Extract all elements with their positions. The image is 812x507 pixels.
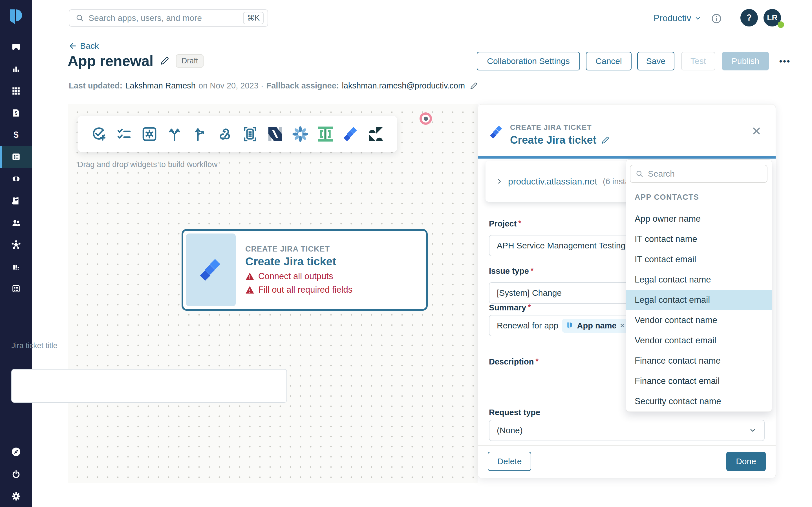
webhook-icon[interactable] [216, 126, 233, 143]
invoice-dollar-icon: $ [11, 108, 21, 118]
search-icon [636, 170, 644, 178]
sidebar-item-contracts[interactable] [0, 190, 32, 212]
edit-title-icon[interactable] [160, 56, 170, 66]
task-check-plus-icon[interactable] [91, 126, 107, 143]
contact-option[interactable]: IT contact email [626, 249, 772, 270]
sidebar-item-inbox[interactable] [0, 36, 32, 58]
summary-helper: Jira ticket title [11, 341, 57, 350]
back-label: Back [80, 41, 99, 51]
instance-host: productiv.atlassian.net [508, 176, 597, 187]
node-app-panel [186, 233, 236, 306]
team-people-icon [11, 218, 21, 228]
sidebar-item-apps[interactable] [0, 80, 32, 102]
project-label: Project* [489, 219, 521, 228]
usage-bars-icon [11, 262, 21, 272]
done-button[interactable]: Done [726, 452, 766, 471]
edit-assignee-icon[interactable] [469, 82, 478, 90]
contact-option[interactable]: Legal contact email [626, 290, 772, 310]
search-icon [75, 14, 84, 22]
save-button[interactable]: Save [637, 52, 674, 70]
contact-option[interactable]: Legal contact name [626, 270, 772, 290]
dropdown-search[interactable] [630, 165, 767, 183]
node-warning-row: Fill out all required fields [245, 285, 423, 295]
node-body: CREATE JIRA TICKET Create Jira ticket Co… [236, 233, 423, 306]
panel-header: CREATE JIRA TICKET Create Jira ticket [489, 123, 610, 146]
app-name-chip[interactable]: App name × [562, 319, 628, 333]
netsuite-logo[interactable] [267, 126, 284, 143]
workflows-icon [11, 152, 21, 162]
org-switcher[interactable]: Productiv [654, 13, 701, 23]
zendesk-logo[interactable] [367, 126, 384, 143]
assignee-label: Fallback assignee: [266, 81, 339, 91]
workflow-node-create-jira-ticket[interactable]: CREATE JIRA TICKET Create Jira ticket Co… [182, 229, 428, 311]
sidebar-item-overlap[interactable] [0, 168, 32, 190]
info-button[interactable] [711, 13, 722, 25]
gear-box-icon[interactable] [141, 126, 158, 143]
request-type-select[interactable]: (None) [489, 420, 765, 441]
branch-merge-icon[interactable] [191, 126, 208, 143]
search-input[interactable] [89, 13, 243, 23]
workflow-canvas[interactable]: Drag and drop widgets to build workflow … [68, 104, 477, 483]
contact-option[interactable]: App owner name [626, 209, 772, 229]
test-button[interactable]: Test [681, 52, 715, 70]
publish-button[interactable]: Publish [722, 52, 769, 70]
dropdown-search-input[interactable] [648, 169, 762, 179]
help-label: ? [747, 13, 752, 23]
panel-title: Create Jira ticket [510, 134, 596, 146]
contact-option[interactable]: Vendor contact name [626, 310, 772, 330]
contact-option[interactable]: Security contact name [626, 391, 772, 411]
sidebar-item-integrations[interactable] [0, 234, 32, 256]
flower-app-logo[interactable] [292, 126, 309, 143]
apps-grid-icon [11, 86, 21, 96]
sidebar-item-workflows[interactable] [0, 146, 32, 168]
node-title: Create Jira ticket [245, 255, 423, 268]
request-type-label: Request type [489, 408, 540, 417]
sidebar-item-spend[interactable]: $ [0, 102, 32, 124]
search-shortcut: ⌘K [243, 12, 264, 24]
productiv-logo[interactable] [7, 8, 25, 26]
close-panel-button[interactable] [751, 125, 762, 138]
inbox-tray-icon [11, 42, 21, 52]
jira-logo [199, 258, 223, 282]
integrations-hub-icon [11, 240, 21, 250]
branch-split-icon[interactable] [166, 126, 183, 143]
sidebar-item-explore[interactable] [0, 441, 32, 463]
contact-option[interactable]: Vendor contact email [626, 330, 772, 351]
contact-option[interactable]: IT contact name [626, 229, 772, 249]
green-beam-logo[interactable] [317, 126, 334, 143]
svg-text:$: $ [15, 111, 17, 115]
sidebar-item-analytics[interactable] [0, 58, 32, 80]
sidebar-item-usage[interactable] [0, 256, 32, 278]
contact-option[interactable]: Finance contact name [626, 351, 772, 371]
node-output-port[interactable] [419, 112, 432, 125]
cancel-button[interactable]: Cancel [586, 52, 631, 70]
issue-type-label: Issue type* [489, 267, 534, 276]
sidebar-item-settings[interactable] [0, 486, 32, 507]
venn-circles-icon [11, 174, 21, 184]
back-link[interactable]: Back [69, 41, 99, 51]
dollar-icon: $ [11, 130, 21, 140]
chevron-down-icon [695, 15, 701, 22]
meta-row: Last updated: Lakshman Ramesh on Nov 20,… [69, 81, 478, 91]
global-search[interactable]: ⌘K [69, 9, 268, 27]
status-badge: Draft [176, 54, 204, 68]
sidebar-item-features[interactable] [0, 278, 32, 300]
form-brackets-icon[interactable] [242, 126, 259, 143]
delete-button[interactable]: Delete [488, 452, 531, 471]
contact-option[interactable]: Finance contact email [626, 371, 772, 391]
more-actions-button[interactable]: ••• [776, 56, 794, 67]
help-button[interactable]: ? [741, 9, 758, 26]
summary-label: Summary* [489, 303, 531, 313]
collaboration-settings-button[interactable]: Collaboration Settings [477, 52, 580, 70]
checklist-icon[interactable] [116, 126, 133, 143]
sidebar-item-pricing[interactable]: $ [0, 124, 32, 146]
jira-logo[interactable] [342, 126, 359, 143]
sidebar-item-team[interactable] [0, 212, 32, 234]
description-textarea[interactable] [11, 369, 287, 403]
summary-prefix: Renewal for app [497, 321, 558, 330]
edit-node-name-icon[interactable] [601, 136, 610, 145]
sidebar-item-logout[interactable] [0, 463, 32, 486]
chip-remove-icon[interactable]: × [620, 321, 624, 330]
arrow-left-icon [69, 42, 77, 50]
node-warning-row: Connect all outputs [245, 271, 423, 281]
